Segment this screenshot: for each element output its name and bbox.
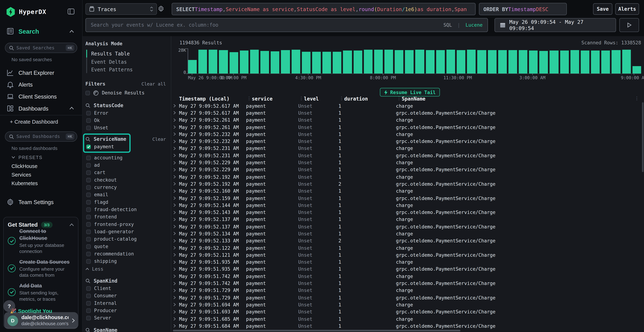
- row-expand-chevron-icon[interactable]: [173, 225, 179, 228]
- column-header-duration[interactable]: ⋮duration: [338, 96, 396, 102]
- filter-checkbox[interactable]: [86, 301, 91, 305]
- histogram-bar[interactable]: [230, 52, 238, 74]
- histogram-bar[interactable]: [384, 50, 393, 74]
- filter-group-clear-link[interactable]: Clear: [152, 137, 166, 142]
- filter-checkbox[interactable]: [86, 316, 91, 320]
- histogram-bar[interactable]: [529, 50, 538, 74]
- filter-value-producer[interactable]: Producer: [86, 307, 171, 314]
- table-row[interactable]: May 27 9:09:51.935 AMpaymentUnset1grpc.o…: [173, 266, 640, 273]
- row-expand-chevron-icon[interactable]: [173, 146, 179, 150]
- histogram-bar[interactable]: [354, 50, 362, 74]
- histogram-bar[interactable]: [591, 50, 600, 74]
- row-expand-chevron-icon[interactable]: [173, 189, 179, 193]
- filter-value-accounting[interactable]: accounting: [86, 154, 171, 161]
- table-row[interactable]: May 27 9:09:52.133 AMpaymentUnset2grpc.o…: [173, 237, 640, 244]
- filter-checkbox[interactable]: [86, 286, 91, 290]
- chevron-up-icon[interactable]: [70, 30, 74, 33]
- filter-checkbox[interactable]: [86, 252, 91, 256]
- table-row[interactable]: May 27 9:09:52.617 AMpaymentUnset1charge: [173, 102, 640, 110]
- search-input[interactable]: Search your events w/ Lucene ex. column:…: [86, 18, 488, 32]
- histogram-bar[interactable]: [570, 50, 579, 74]
- table-row[interactable]: May 27 9:09:52.229 AMpaymentUnset1grpc.o…: [173, 166, 640, 173]
- table-row[interactable]: May 27 9:09:52.137 AMpaymentUnset1grpc.o…: [173, 223, 640, 230]
- row-expand-chevron-icon[interactable]: [173, 260, 179, 264]
- filter-checkbox[interactable]: [86, 163, 91, 167]
- histogram-bar[interactable]: [457, 50, 466, 74]
- table-row[interactable]: May 27 9:09:52.617 AMpaymentUnset1grpc.o…: [173, 109, 640, 116]
- preset-kubernetes[interactable]: Kubernetes: [12, 181, 38, 186]
- resume-live-tail-button[interactable]: Resume Live Tail: [380, 88, 440, 96]
- preset-services[interactable]: Services: [12, 172, 31, 178]
- filter-value-ad[interactable]: ad: [86, 161, 171, 169]
- row-expand-chevron-icon[interactable]: [173, 132, 179, 136]
- table-row[interactable]: May 27 9:09:52.144 AMpaymentUnset1charge: [173, 202, 640, 209]
- row-expand-chevron-icon[interactable]: [173, 303, 179, 306]
- table-row[interactable]: May 27 9:09:51.742 AMpaymentUnset1charge: [173, 273, 640, 280]
- histogram-bar[interactable]: [240, 50, 248, 74]
- row-expand-chevron-icon[interactable]: [173, 161, 179, 164]
- filter-group-header-servicename[interactable]: ServiceName: [86, 136, 126, 143]
- sidebar-item-chart-explorer[interactable]: Chart Explorer: [6, 69, 54, 76]
- histogram-bar[interactable]: [302, 52, 310, 74]
- row-expand-chevron-icon[interactable]: [173, 296, 179, 300]
- run-query-button[interactable]: [619, 18, 639, 32]
- order-by-editor[interactable]: ORDER BY Timestamp DESC: [479, 3, 567, 15]
- filter-value-product-catalog[interactable]: product-catalog: [86, 236, 171, 243]
- row-expand-chevron-icon[interactable]: [173, 204, 179, 207]
- filter-value-consumer[interactable]: Consumer: [86, 292, 171, 299]
- histogram-bar[interactable]: [312, 52, 321, 74]
- histogram-bar[interactable]: [550, 50, 558, 74]
- filter-value-server[interactable]: Server: [86, 314, 171, 322]
- table-row[interactable]: May 27 9:09:52.231 AMpaymentUnset1charge: [173, 145, 640, 152]
- table-row[interactable]: May 27 9:09:51.729 AMpaymentUnset1charge: [173, 287, 640, 294]
- filter-value-frontend-proxy[interactable]: frontend-proxy: [86, 220, 171, 228]
- histogram-bar[interactable]: [198, 50, 207, 74]
- presets-toggle[interactable]: PRESETS: [12, 155, 42, 160]
- table-row[interactable]: May 27 9:09:51.685 AMpaymentUnset1charge: [173, 315, 640, 322]
- mode-event-patterns[interactable]: Event Patterns: [91, 67, 133, 72]
- column-header-service[interactable]: ⋮service: [246, 96, 298, 102]
- histogram-bar[interactable]: [188, 60, 197, 74]
- column-header-level[interactable]: ⋮level: [298, 96, 338, 102]
- filter-value-recommendation[interactable]: recommendation: [86, 250, 171, 258]
- table-row[interactable]: May 27 9:09:52.121 AMpaymentUnset1grpc.o…: [173, 252, 640, 259]
- filter-value-unset[interactable]: Unset: [86, 124, 171, 131]
- denoise-results-toggle[interactable]: Denoise Results: [86, 89, 144, 96]
- histogram-bar[interactable]: [405, 50, 414, 74]
- filter-group-header-statuscode[interactable]: StatusCode: [86, 102, 171, 109]
- row-expand-chevron-icon[interactable]: [173, 118, 179, 122]
- help-button[interactable]: ?: [3, 300, 15, 312]
- chevron-up-icon[interactable]: [70, 224, 74, 226]
- filter-value-flagd[interactable]: flagd: [86, 198, 171, 206]
- column-header-spanname[interactable]: ⋮SpanName: [396, 96, 640, 102]
- row-expand-chevron-icon[interactable]: [173, 111, 179, 115]
- filter-checkbox[interactable]: [86, 111, 91, 115]
- filter-checkbox[interactable]: [86, 170, 91, 175]
- filter-value-load-generator[interactable]: load-generator: [86, 228, 171, 235]
- results-histogram[interactable]: [188, 49, 641, 74]
- chevron-up-icon[interactable]: [70, 107, 74, 110]
- row-expand-chevron-icon[interactable]: [173, 168, 179, 172]
- histogram-bar[interactable]: [581, 50, 590, 74]
- histogram-bar[interactable]: [322, 52, 331, 74]
- filter-group-header-spanname[interactable]: SpanName: [86, 326, 171, 332]
- row-expand-chevron-icon[interactable]: [173, 310, 179, 314]
- create-dashboard-button[interactable]: + Create Dashboard: [10, 119, 58, 125]
- filter-value-quote[interactable]: quote: [86, 243, 171, 250]
- row-expand-chevron-icon[interactable]: [173, 140, 179, 143]
- filter-value-frontend[interactable]: frontend: [86, 213, 171, 220]
- column-header-timestamp[interactable]: Timestamp (Local): [179, 96, 246, 102]
- clear-all-filters-link[interactable]: Clear all: [142, 82, 166, 87]
- filter-checkbox[interactable]: [86, 144, 91, 149]
- filter-checkbox[interactable]: [86, 215, 91, 219]
- histogram-bar[interactable]: [560, 50, 569, 74]
- sidebar-item-team-settings[interactable]: Team Settings: [6, 198, 54, 206]
- row-expand-chevron-icon[interactable]: [173, 232, 179, 236]
- filter-checkbox[interactable]: [86, 200, 91, 204]
- save-button[interactable]: Save: [593, 3, 612, 15]
- date-range-picker[interactable]: May 26 09:09:54 - May 27 09:09:54: [494, 18, 616, 32]
- histogram-bar[interactable]: [250, 50, 259, 74]
- filter-value-currency[interactable]: currency: [86, 184, 171, 191]
- filter-checkbox[interactable]: [86, 207, 91, 212]
- preset-clickhouse[interactable]: ClickHouse: [12, 164, 38, 169]
